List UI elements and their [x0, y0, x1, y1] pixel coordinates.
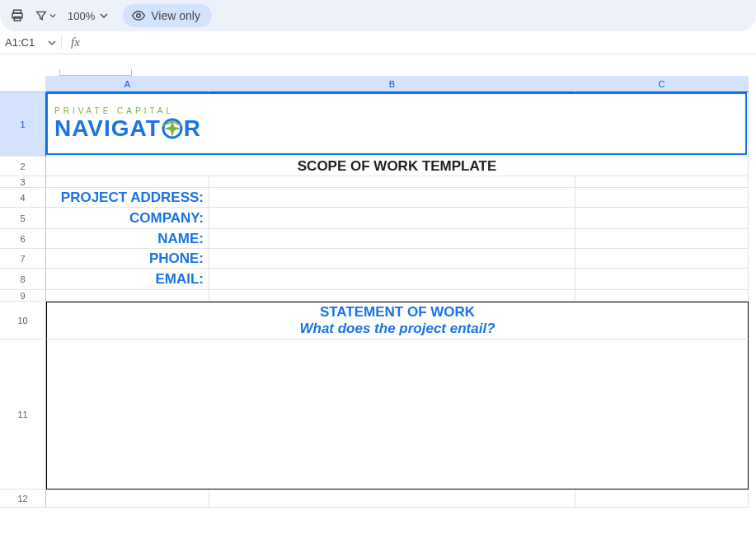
filter-icon[interactable]: [33, 3, 58, 28]
zoom-dropdown[interactable]: 100%: [61, 10, 115, 22]
row-header-2[interactable]: 2: [0, 157, 46, 176]
cells-grid[interactable]: PRIVATE CAPITAL NAVIGAT R SCOPE OF WORK …: [46, 92, 749, 508]
statement-body-cell[interactable]: [46, 340, 749, 490]
column-header-A[interactable]: A: [46, 76, 209, 92]
field-input-email-b[interactable]: [209, 269, 575, 290]
fx-icon: fx: [61, 35, 82, 49]
chevron-down-icon: [48, 39, 56, 47]
cell-b9[interactable]: [209, 290, 575, 302]
row-header-5[interactable]: 5: [0, 208, 46, 229]
name-box-row: A1:C1 fx: [0, 31, 756, 54]
field-label-name[interactable]: NAME:: [46, 229, 209, 249]
spreadsheet-grid[interactable]: – ABC 123456789101112 PRIVATE CAPITAL NA…: [0, 54, 756, 534]
field-label-phone[interactable]: PHONE:: [46, 249, 209, 269]
toolbar: 100% View only: [0, 0, 756, 31]
field-label-address[interactable]: PROJECT ADDRESS:: [46, 188, 209, 208]
zoom-value: 100%: [68, 10, 95, 22]
cell-b3[interactable]: [209, 176, 575, 188]
row-header-12[interactable]: 12: [0, 490, 46, 508]
row-header-9[interactable]: 9: [0, 290, 46, 302]
logo-cell[interactable]: PRIVATE CAPITAL NAVIGAT R: [46, 92, 749, 157]
field-input-name-b[interactable]: [209, 229, 575, 249]
field-input-company-c[interactable]: [575, 208, 749, 229]
compass-icon: [161, 118, 184, 139]
sheet-tab-indicator: [59, 69, 132, 76]
field-input-name-c[interactable]: [575, 229, 749, 249]
row-header-8[interactable]: 8: [0, 269, 46, 290]
cell-c12[interactable]: [575, 490, 749, 508]
field-input-email-c[interactable]: [575, 269, 749, 290]
logo-wordmark: NAVIGAT R: [54, 115, 201, 142]
chevron-down-icon: [100, 12, 108, 20]
name-box[interactable]: A1:C1: [5, 36, 61, 49]
cell-a9[interactable]: [46, 290, 209, 302]
field-input-phone-b[interactable]: [209, 249, 575, 269]
field-label-company[interactable]: COMPANY:: [46, 208, 209, 229]
statement-title: STATEMENT OF WORK: [320, 304, 475, 321]
cell-a3[interactable]: [46, 176, 209, 188]
cell-a12[interactable]: [46, 490, 209, 508]
row-header-6[interactable]: 6: [0, 229, 46, 249]
formula-bar[interactable]: [82, 31, 756, 54]
row-header-7[interactable]: 7: [0, 249, 46, 269]
field-input-phone-c[interactable]: [575, 249, 749, 269]
field-input-address-b[interactable]: [209, 188, 575, 208]
row-header-10[interactable]: 10: [0, 302, 46, 340]
row-header-11[interactable]: 11: [0, 340, 46, 490]
cell-b12[interactable]: [209, 490, 575, 508]
column-header-C[interactable]: C: [575, 76, 749, 92]
logo-tagline: PRIVATE CAPITAL: [54, 106, 174, 115]
row-header-4[interactable]: 4: [0, 188, 46, 208]
column-header-B[interactable]: B: [209, 76, 575, 92]
field-label-email[interactable]: EMAIL:: [46, 269, 209, 290]
svg-point-3: [137, 14, 141, 18]
field-input-address-c[interactable]: [575, 188, 749, 208]
row-headers: 123456789101112: [0, 92, 46, 508]
row-header-1[interactable]: 1: [0, 92, 46, 157]
cell-reference: A1:C1: [5, 36, 35, 49]
cell-c3[interactable]: [575, 176, 749, 188]
column-headers: ABC: [46, 76, 749, 92]
logo: PRIVATE CAPITAL NAVIGAT R: [46, 106, 201, 142]
field-input-company-b[interactable]: [209, 208, 575, 229]
statement-subtitle: What does the project entail?: [299, 321, 495, 337]
title-cell[interactable]: SCOPE OF WORK TEMPLATE: [46, 157, 749, 176]
row-header-3[interactable]: 3: [0, 176, 46, 188]
print-icon[interactable]: [5, 3, 30, 28]
select-all-corner[interactable]: [0, 76, 46, 92]
eye-icon: [131, 8, 146, 23]
statement-cell[interactable]: STATEMENT OF WORK What does the project …: [46, 302, 749, 340]
view-only-label: View only: [151, 9, 200, 22]
view-only-badge[interactable]: View only: [123, 4, 212, 27]
cell-c9[interactable]: [575, 290, 749, 302]
